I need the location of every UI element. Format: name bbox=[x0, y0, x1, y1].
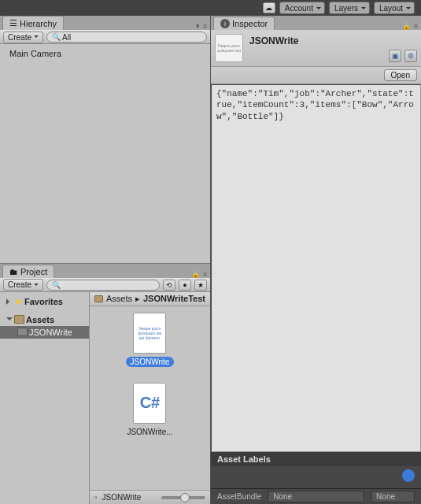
asset-labels-header[interactable]: Asset Labels bbox=[211, 452, 421, 466]
assetbundle-variant-dropdown[interactable]: None bbox=[371, 491, 415, 502]
assetbundle-name-dropdown[interactable]: None bbox=[268, 491, 364, 502]
filter-button-1[interactable]: ⟲ bbox=[163, 280, 175, 291]
doc-icon: ▫ bbox=[94, 493, 98, 502]
file-label: JSONWrite... bbox=[122, 427, 177, 437]
project-toolbar: Create 🔍 ⟲ ● ★ bbox=[0, 278, 210, 292]
hierarchy-create-button[interactable]: Create bbox=[3, 32, 43, 43]
file-item[interactable]: C# JSONWrite... bbox=[114, 383, 185, 437]
info-icon: i bbox=[220, 19, 230, 28]
hierarchy-body[interactable]: Main Camera bbox=[0, 44, 210, 264]
hierarchy-options[interactable]: ▾≡ bbox=[196, 22, 207, 30]
top-toolbar: ☁ Account Layers Layout bbox=[0, 0, 421, 16]
assets-subfolder[interactable]: JSONWrite bbox=[0, 326, 89, 339]
asset-name: JSONWrite bbox=[249, 34, 417, 46]
star-icon: ★ bbox=[14, 296, 23, 307]
file-grid[interactable]: Neque porro quisquam est qui dolorem. JS… bbox=[90, 306, 210, 491]
project-content: Assets ▸ JSONWriteTest Neque porro quisq… bbox=[90, 292, 210, 505]
folder-icon bbox=[14, 315, 24, 324]
file-item[interactable]: Neque porro quisquam est qui dolorem. JS… bbox=[114, 313, 185, 367]
assets-row[interactable]: Assets bbox=[0, 313, 89, 326]
favorites-row[interactable]: ★Favorites bbox=[0, 295, 89, 309]
project-tabbar: 🖿Project 🔒≡ bbox=[0, 264, 210, 278]
gear-icon[interactable]: ⚙ bbox=[404, 50, 417, 62]
folder-icon: 🖿 bbox=[9, 267, 18, 276]
hierarchy-icon: ☰ bbox=[9, 18, 17, 28]
assetbundle-bar: AssetBundle None None bbox=[211, 488, 421, 504]
breadcrumb[interactable]: Assets ▸ JSONWriteTest bbox=[90, 292, 210, 306]
inspector-body: Neque porro quisquam est JSONWrite ▣ ⚙ O… bbox=[211, 30, 421, 504]
project-tab[interactable]: 🖿Project bbox=[2, 265, 54, 278]
inspector-tabbar: iInspector 🔒≡ bbox=[211, 16, 421, 30]
hierarchy-search[interactable]: 🔍All bbox=[46, 32, 207, 43]
project-options[interactable]: 🔒≡ bbox=[191, 270, 207, 278]
hierarchy-tabbar: ☰Hierarchy ▾≡ bbox=[0, 16, 210, 30]
layers-dropdown[interactable]: Layers bbox=[329, 2, 370, 14]
project-create-button[interactable]: Create bbox=[3, 279, 43, 291]
file-label: JSONWrite bbox=[126, 357, 175, 367]
hierarchy-tab[interactable]: ☰Hierarchy bbox=[2, 16, 64, 30]
zoom-slider[interactable] bbox=[161, 496, 205, 499]
open-button[interactable]: Open bbox=[384, 69, 417, 81]
filter-star-button[interactable]: ★ bbox=[194, 280, 207, 291]
text-preview[interactable]: {"name":"Tim","job":"Archer","state":tru… bbox=[211, 84, 421, 452]
folder-icon bbox=[94, 295, 103, 302]
folder-icon bbox=[17, 328, 28, 336]
inspector-tab[interactable]: iInspector bbox=[213, 17, 275, 30]
account-dropdown[interactable]: Account bbox=[279, 2, 325, 14]
project-footer: ▫ JSONWrite bbox=[90, 490, 210, 504]
cloud-icon[interactable]: ☁ bbox=[263, 2, 275, 14]
asset-labels-body[interactable] bbox=[211, 466, 421, 488]
tag-icon[interactable] bbox=[400, 467, 418, 485]
inspector-options[interactable]: 🔒≡ bbox=[402, 22, 418, 30]
asset-type-icon: Neque porro quisquam est bbox=[215, 34, 243, 62]
layout-dropdown[interactable]: Layout bbox=[374, 2, 415, 14]
prefab-icon[interactable]: ▣ bbox=[389, 50, 401, 62]
hierarchy-toolbar: Create 🔍All bbox=[0, 30, 210, 44]
project-body: ★Favorites Assets JSONWrite Assets ▸ JSO… bbox=[0, 292, 210, 505]
csharp-file-icon: C# bbox=[133, 383, 166, 424]
project-tree[interactable]: ★Favorites Assets JSONWrite bbox=[0, 292, 90, 505]
text-file-icon: Neque porro quisquam est qui dolorem. bbox=[133, 313, 166, 354]
hierarchy-item[interactable]: Main Camera bbox=[6, 47, 204, 60]
project-search[interactable]: 🔍 bbox=[46, 280, 160, 291]
inspector-header: Neque porro quisquam est JSONWrite ▣ ⚙ bbox=[211, 30, 421, 67]
filter-button-2[interactable]: ● bbox=[179, 280, 191, 291]
